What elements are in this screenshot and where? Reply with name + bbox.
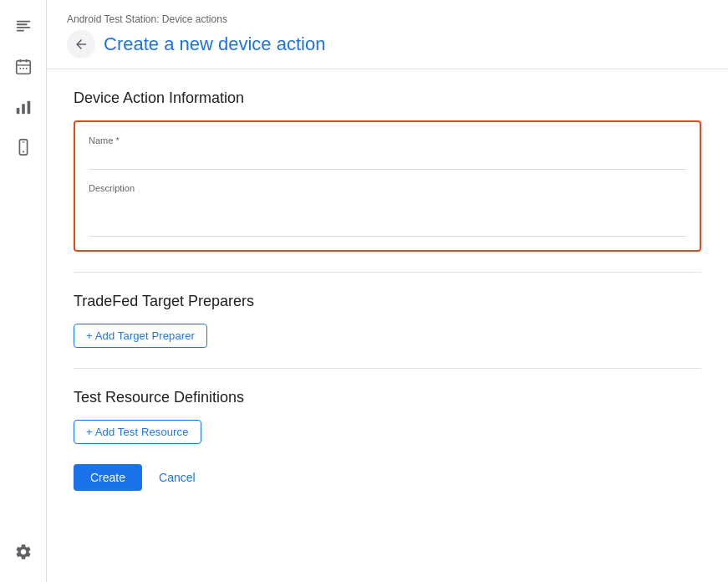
- name-label: Name *: [89, 135, 686, 146]
- sidebar-item-list[interactable]: [7, 10, 40, 43]
- name-input[interactable]: [89, 149, 686, 170]
- description-label: Description: [89, 183, 686, 193]
- svg-point-15: [22, 151, 23, 152]
- divider-2: [74, 368, 701, 369]
- svg-rect-2: [16, 27, 30, 28]
- svg-rect-1: [16, 23, 27, 25]
- divider-1: [74, 272, 701, 273]
- target-preparers-title: TradeFed Target Preparers: [74, 293, 701, 310]
- device-action-section: Device Action Information Name * Descrip…: [74, 89, 701, 252]
- svg-rect-11: [16, 108, 19, 114]
- device-action-section-title: Device Action Information: [74, 89, 701, 107]
- actions-row: Create Cancel: [74, 464, 701, 491]
- svg-rect-13: [27, 101, 30, 115]
- description-input[interactable]: [89, 197, 686, 237]
- svg-rect-8: [19, 68, 21, 69]
- sidebar: [0, 0, 47, 582]
- svg-rect-7: [16, 64, 30, 65]
- form-box: Name * Description: [74, 120, 701, 252]
- sidebar-item-device[interactable]: [7, 130, 40, 164]
- add-test-resource-button[interactable]: + Add Test Resource: [74, 420, 201, 444]
- sidebar-item-analytics[interactable]: [7, 90, 40, 124]
- breadcrumb: Android Test Station: Device actions: [67, 13, 708, 25]
- page-header: Android Test Station: Device actions Cre…: [47, 0, 728, 69]
- svg-rect-6: [25, 59, 27, 63]
- sidebar-item-calendar[interactable]: [7, 50, 40, 84]
- create-button[interactable]: Create: [74, 464, 142, 491]
- main-content: Android Test Station: Device actions Cre…: [47, 0, 728, 582]
- svg-rect-3: [16, 30, 23, 32]
- target-preparers-section: TradeFed Target Preparers + Add Target P…: [74, 293, 701, 348]
- sidebar-item-settings[interactable]: [7, 535, 40, 569]
- svg-rect-10: [25, 68, 27, 69]
- add-target-preparer-button[interactable]: + Add Target Preparer: [74, 324, 207, 348]
- svg-rect-0: [16, 21, 30, 23]
- svg-rect-9: [23, 68, 24, 69]
- svg-rect-5: [19, 59, 21, 63]
- cancel-button[interactable]: Cancel: [149, 464, 206, 491]
- back-button[interactable]: [67, 30, 95, 59]
- test-resource-title: Test Resource Definitions: [74, 389, 701, 406]
- svg-rect-12: [22, 104, 25, 114]
- test-resource-section: Test Resource Definitions + Add Test Res…: [74, 389, 701, 444]
- field-group: Name * Description: [89, 135, 686, 237]
- svg-rect-4: [16, 61, 30, 74]
- svg-rect-16: [22, 142, 25, 143]
- page-title: Create a new device action: [104, 33, 325, 55]
- content-area: Device Action Information Name * Descrip…: [47, 69, 728, 582]
